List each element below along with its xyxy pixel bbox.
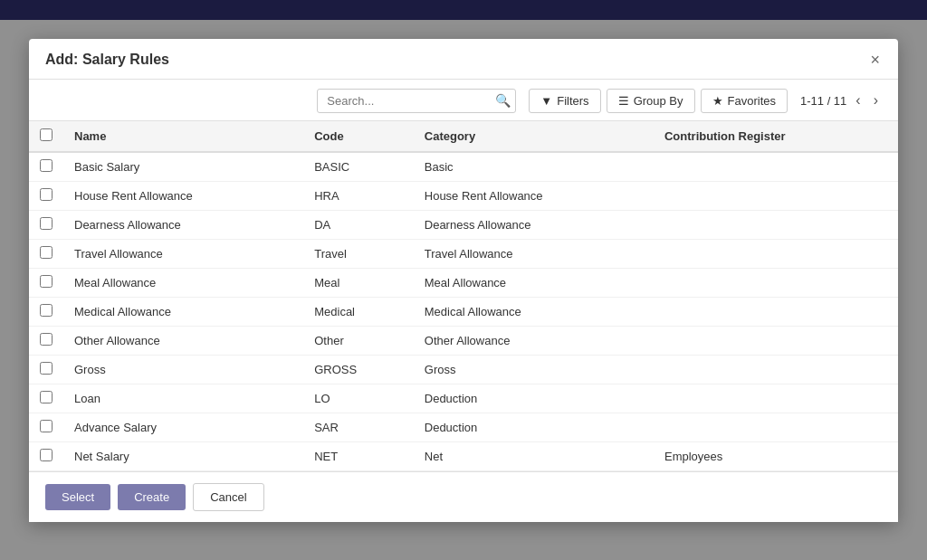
row-code: HRA xyxy=(303,181,414,210)
row-category: Gross xyxy=(414,355,654,384)
row-code: Other xyxy=(303,326,414,355)
row-code: DA xyxy=(303,210,414,239)
row-code: BASIC xyxy=(303,152,414,182)
category-header: Category xyxy=(414,121,654,152)
row-checkbox[interactable] xyxy=(40,449,53,461)
row-contribution xyxy=(654,181,898,210)
filter-icon: ▼ xyxy=(540,94,552,108)
row-checkbox-cell xyxy=(29,210,63,239)
row-name: Dearness Allowance xyxy=(63,210,303,239)
row-category: House Rent Allowance xyxy=(414,181,654,210)
row-category: Deduction xyxy=(414,384,654,413)
search-input[interactable] xyxy=(317,89,516,113)
modal-toolbar: 🔍 ▼ Filters ☰ Group By ★ Favorites 1-11 … xyxy=(29,80,898,121)
row-checkbox[interactable] xyxy=(40,420,53,432)
table-row: Dearness Allowance DA Dearness Allowance xyxy=(29,210,898,239)
pagination-info: 1-11 / 11 xyxy=(800,94,846,108)
prev-page-button[interactable]: ‹ xyxy=(852,90,864,110)
row-checkbox[interactable] xyxy=(40,362,53,375)
create-button[interactable]: Create xyxy=(118,484,186,510)
row-contribution xyxy=(654,326,898,355)
row-checkbox[interactable] xyxy=(40,304,53,317)
row-checkbox-cell xyxy=(29,181,63,210)
row-checkbox[interactable] xyxy=(40,246,53,259)
row-category: Other Allowance xyxy=(414,326,654,355)
table-row: Other Allowance Other Other Allowance xyxy=(29,326,898,355)
modal-footer: Select Create Cancel xyxy=(29,471,898,522)
row-contribution xyxy=(654,413,898,441)
row-name: Travel Allowance xyxy=(63,239,303,268)
row-checkbox[interactable] xyxy=(40,333,53,346)
row-name: Net Salary xyxy=(63,441,303,470)
row-contribution xyxy=(654,239,898,268)
select-button[interactable]: Select xyxy=(45,484,110,510)
table-row: Meal Allowance Meal Meal Allowance xyxy=(29,268,898,297)
table-row: Gross GROSS Gross xyxy=(29,355,898,384)
row-name: Gross xyxy=(63,355,303,384)
row-category: Basic xyxy=(414,152,654,182)
code-header: Code xyxy=(303,121,414,152)
row-code: GROSS xyxy=(303,355,414,384)
group-by-button[interactable]: ☰ Group By xyxy=(607,89,695,113)
table-body: Basic Salary BASIC Basic House Rent Allo… xyxy=(29,152,898,471)
row-checkbox-cell xyxy=(29,384,63,413)
contribution-register-header: Contribution Register xyxy=(654,121,898,152)
row-code: Travel xyxy=(303,239,414,268)
row-contribution xyxy=(654,384,898,413)
table-header-row: Name Code Category Contribution Register xyxy=(29,121,898,152)
row-checkbox[interactable] xyxy=(40,275,53,288)
row-checkbox[interactable] xyxy=(40,217,53,230)
row-checkbox-cell xyxy=(29,355,63,384)
salary-rules-table: Name Code Category Contribution Register… xyxy=(29,121,898,471)
table-row: Travel Allowance Travel Travel Allowance xyxy=(29,239,898,268)
row-name: Other Allowance xyxy=(63,326,303,355)
group-by-label: Group By xyxy=(634,94,683,108)
select-all-header xyxy=(29,121,63,152)
favorites-label: Favorites xyxy=(728,94,776,108)
row-code: SAR xyxy=(303,413,414,441)
row-contribution xyxy=(654,297,898,326)
row-code: NET xyxy=(303,441,414,470)
select-all-checkbox[interactable] xyxy=(40,128,53,141)
row-checkbox-cell xyxy=(29,413,63,441)
search-icon[interactable]: 🔍 xyxy=(495,93,511,108)
row-checkbox-cell xyxy=(29,326,63,355)
table-row: Advance Salary SAR Deduction xyxy=(29,413,898,441)
filters-label: Filters xyxy=(557,94,588,108)
row-checkbox[interactable] xyxy=(40,188,53,201)
row-contribution xyxy=(654,355,898,384)
close-button[interactable]: × xyxy=(868,52,882,68)
modal-title: Add: Salary Rules xyxy=(45,52,169,68)
row-checkbox[interactable] xyxy=(40,159,53,172)
filters-button[interactable]: ▼ Filters xyxy=(529,89,600,113)
row-checkbox[interactable] xyxy=(40,391,53,403)
next-page-button[interactable]: › xyxy=(870,90,882,110)
row-category: Net xyxy=(414,441,654,470)
row-name: House Rent Allowance xyxy=(63,181,303,210)
table-row: Basic Salary BASIC Basic xyxy=(29,152,898,182)
name-header: Name xyxy=(63,121,303,152)
row-name: Advance Salary xyxy=(63,413,303,441)
table-row: Net Salary NET Net Employees xyxy=(29,441,898,470)
search-wrapper: 🔍 xyxy=(317,89,516,113)
row-name: Meal Allowance xyxy=(63,268,303,297)
cancel-button[interactable]: Cancel xyxy=(193,483,263,511)
row-contribution: Employees xyxy=(654,441,898,470)
row-name: Medical Allowance xyxy=(63,297,303,326)
row-name: Loan xyxy=(63,384,303,413)
table-wrapper: Name Code Category Contribution Register… xyxy=(29,121,898,471)
row-checkbox-cell xyxy=(29,239,63,268)
row-name: Basic Salary xyxy=(63,152,303,182)
row-category: Dearness Allowance xyxy=(414,210,654,239)
star-icon: ★ xyxy=(712,94,723,108)
row-code: Medical xyxy=(303,297,414,326)
row-checkbox-cell xyxy=(29,297,63,326)
row-category: Meal Allowance xyxy=(414,268,654,297)
row-category: Travel Allowance xyxy=(414,239,654,268)
group-by-icon: ☰ xyxy=(618,94,629,108)
modal-header: Add: Salary Rules × xyxy=(29,39,898,80)
table-row: Medical Allowance Medical Medical Allowa… xyxy=(29,297,898,326)
add-salary-rules-modal: Add: Salary Rules × 🔍 ▼ Filters ☰ Group … xyxy=(29,39,898,522)
favorites-button[interactable]: ★ Favorites xyxy=(701,89,788,113)
table-row: Loan LO Deduction xyxy=(29,384,898,413)
